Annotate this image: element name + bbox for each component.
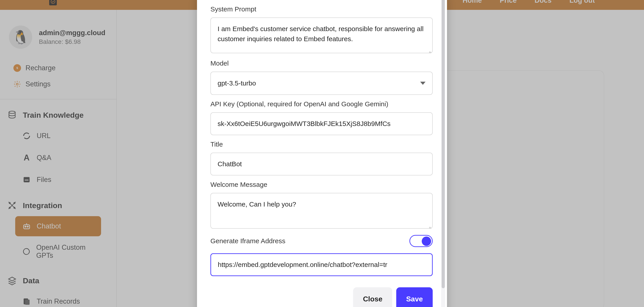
model-label: Model <box>210 60 433 67</box>
save-button[interactable]: Save <box>396 287 433 307</box>
api-key-label: API Key (Optional, required for OpenAI a… <box>210 100 433 108</box>
model-select[interactable]: gpt-3.5-turbo <box>210 72 433 95</box>
close-button[interactable]: Close <box>353 287 392 307</box>
resize-handle-icon[interactable] <box>428 225 431 228</box>
modal-scrollbar[interactable] <box>441 0 445 307</box>
welcome-input[interactable] <box>210 193 433 229</box>
iframe-toggle[interactable] <box>410 235 433 247</box>
system-prompt-label: System Prompt <box>210 5 433 13</box>
title-input[interactable] <box>210 153 433 175</box>
title-label: Title <box>210 141 433 148</box>
iframe-url-input[interactable] <box>210 253 433 276</box>
model-value: gpt-3.5-turbo <box>218 79 256 87</box>
resize-handle-icon[interactable] <box>428 49 431 53</box>
modal-overlay[interactable]: System Prompt Model gpt-3.5-turbo API Ke… <box>0 0 644 307</box>
api-key-input[interactable] <box>210 112 433 135</box>
welcome-label: Welcome Message <box>210 181 433 188</box>
system-prompt-input[interactable] <box>210 18 433 53</box>
chatbot-settings-modal: System Prompt Model gpt-3.5-turbo API Ke… <box>197 0 447 307</box>
iframe-label: Generate Iframe Address <box>210 237 285 245</box>
chevron-down-icon <box>420 82 426 85</box>
